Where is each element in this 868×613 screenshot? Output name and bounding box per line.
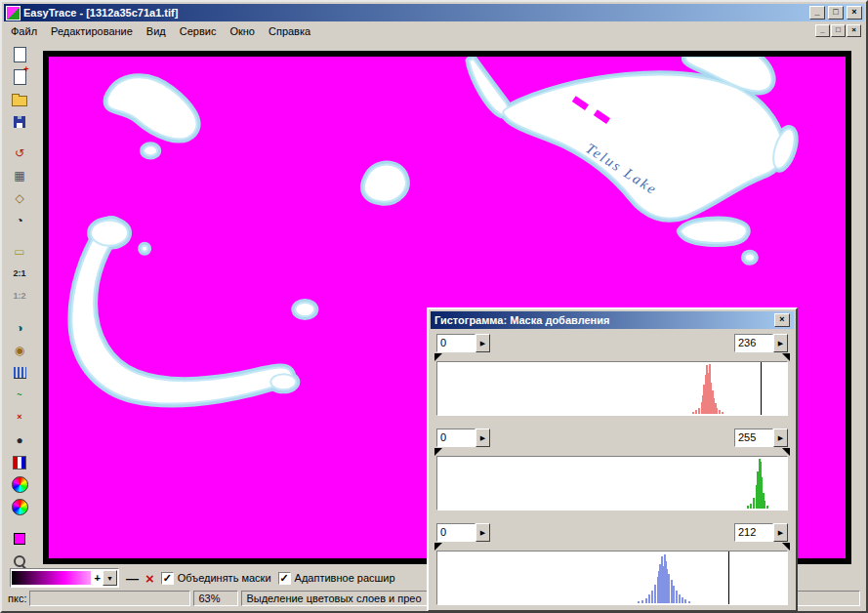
menu-window[interactable]: Окно bbox=[223, 23, 262, 39]
delete-mask-button[interactable]: × bbox=[145, 571, 154, 586]
color-pick-icon[interactable] bbox=[8, 497, 31, 517]
adaptive-expand-option[interactable]: ✓ Адаптивное расшир bbox=[278, 572, 395, 585]
histogram-green: 0▶255▶ bbox=[436, 429, 788, 511]
low-slider-thumb[interactable] bbox=[434, 448, 442, 456]
crop-tool-icon[interactable]: ▦ bbox=[8, 165, 31, 185]
dialog-title: Гистограмма: Маска добавления bbox=[434, 314, 609, 326]
undo-icon[interactable]: ↺ bbox=[8, 143, 31, 163]
high-slider-thumb[interactable] bbox=[782, 543, 790, 551]
mask-color-combo[interactable]: + ▼ bbox=[10, 568, 119, 588]
threshold-line[interactable] bbox=[728, 552, 729, 604]
histogram-plot-red bbox=[436, 361, 788, 416]
histogram-bar bbox=[747, 506, 749, 509]
mdi-close-button[interactable]: × bbox=[847, 24, 861, 37]
high-threshold-blue: 212▶ bbox=[734, 523, 788, 542]
merge-masks-label: Объединять маски bbox=[178, 572, 271, 584]
histogram-bar bbox=[722, 412, 723, 414]
histogram-bar bbox=[688, 601, 690, 603]
histogram-bar bbox=[719, 410, 721, 414]
histogram-bar bbox=[668, 574, 670, 603]
histogram-bar bbox=[764, 501, 765, 509]
histogram-bar bbox=[682, 597, 683, 603]
mdi-controls: _ □ × bbox=[815, 24, 864, 37]
delete-color-icon[interactable]: × bbox=[8, 407, 31, 428]
dialog-title-bar[interactable]: Гистограмма: Маска добавления × bbox=[431, 311, 794, 329]
histogram-bar bbox=[679, 594, 681, 603]
high-threshold-blue-spin-button[interactable]: ▶ bbox=[773, 523, 788, 542]
histogram-blue: 0▶212▶ bbox=[436, 523, 788, 605]
low-slider-thumb[interactable] bbox=[434, 543, 442, 551]
save-icon[interactable] bbox=[8, 111, 31, 132]
low-threshold-red-value[interactable]: 0 bbox=[436, 334, 475, 352]
merge-masks-option[interactable]: ✓ Объединять маски bbox=[161, 572, 271, 585]
high-threshold-green-spin-button[interactable]: ▶ bbox=[773, 429, 788, 447]
mdi-minimize-button[interactable]: _ bbox=[815, 24, 830, 37]
coords-label: пкс: bbox=[8, 593, 26, 604]
open-file-icon[interactable] bbox=[8, 89, 31, 109]
threshold-line[interactable] bbox=[761, 362, 762, 415]
menu-bar: ФайлРедактированиеВидСервисОкноСправка _… bbox=[4, 21, 864, 40]
histogram-bar bbox=[753, 498, 755, 509]
color-wheel-icon[interactable] bbox=[8, 474, 31, 495]
menu-help[interactable]: Справка bbox=[262, 23, 317, 39]
add-document-icon[interactable] bbox=[8, 66, 31, 87]
menu-file[interactable]: Файл bbox=[4, 23, 44, 39]
histogram-bar bbox=[695, 410, 697, 414]
low-threshold-green-value[interactable]: 0 bbox=[436, 429, 475, 447]
curve-icon[interactable]: ~ bbox=[8, 385, 31, 405]
minimize-button[interactable]: _ bbox=[809, 6, 825, 20]
histogram-bar bbox=[698, 408, 700, 414]
pie-tool-icon[interactable]: ◔ bbox=[8, 210, 31, 230]
histogram-bar bbox=[716, 408, 718, 414]
dropdown-arrow-icon[interactable]: ▼ bbox=[103, 570, 117, 586]
dialog-close-button[interactable]: × bbox=[774, 313, 790, 327]
menu-edit[interactable]: Редактирование bbox=[44, 23, 140, 39]
adaptive-expand-checkbox[interactable]: ✓ bbox=[278, 572, 291, 585]
droplet-icon[interactable]: ● bbox=[8, 429, 31, 450]
contrast-icon[interactable]: ◑ bbox=[8, 317, 31, 338]
low-threshold-green: 0▶ bbox=[436, 429, 490, 447]
menu-view[interactable]: Вид bbox=[140, 23, 173, 39]
zoom-1-2-icon[interactable]: 1:2 bbox=[8, 286, 31, 306]
histogram-bar bbox=[641, 600, 643, 603]
maximize-button[interactable]: □ bbox=[828, 6, 844, 20]
histogram-bar bbox=[766, 506, 768, 509]
new-document-icon[interactable] bbox=[8, 44, 31, 64]
low-threshold-blue-spin-button[interactable]: ▶ bbox=[475, 523, 490, 542]
left-toolbar: ↺▦◇◔▭2:11:2◑◉~×● bbox=[4, 41, 35, 562]
low-threshold-blue-value[interactable]: 0 bbox=[436, 523, 475, 542]
histogram-bar bbox=[750, 504, 752, 509]
high-slider-thumb[interactable] bbox=[782, 448, 790, 456]
magenta-color-icon[interactable] bbox=[8, 528, 31, 549]
transform-tool-icon[interactable]: ◇ bbox=[8, 187, 31, 208]
mdi-restore-button[interactable]: □ bbox=[831, 24, 846, 37]
histogram-dialog: Гистограмма: Маска добавления × 0▶236▶0▶… bbox=[427, 307, 798, 612]
histogram-red: 0▶236▶ bbox=[436, 334, 788, 416]
histogram-bar bbox=[648, 594, 650, 603]
merge-masks-checkbox[interactable]: ✓ bbox=[161, 572, 174, 585]
selection-tool-icon[interactable]: ▭ bbox=[8, 241, 31, 262]
histogram-bar bbox=[645, 598, 647, 603]
menu-service[interactable]: Сервис bbox=[173, 23, 224, 39]
title-bar[interactable]: EasyTrace - [1312a35c71a1.tif] _ □ × bbox=[4, 4, 864, 21]
high-threshold-green-value[interactable]: 255 bbox=[734, 429, 773, 447]
close-button[interactable]: × bbox=[847, 6, 862, 20]
histogram-bar bbox=[654, 585, 656, 603]
high-threshold-green: 255▶ bbox=[734, 429, 788, 447]
low-threshold-red-spin-button[interactable]: ▶ bbox=[475, 334, 490, 352]
remove-mask-button[interactable]: — bbox=[126, 571, 139, 586]
high-threshold-red-spin-button[interactable]: ▶ bbox=[773, 334, 788, 352]
low-threshold-green-spin-button[interactable]: ▶ bbox=[475, 429, 490, 447]
high-threshold-blue-value[interactable]: 212 bbox=[734, 523, 773, 542]
rgb-bars-icon[interactable] bbox=[8, 452, 31, 472]
histogram-icon[interactable] bbox=[8, 362, 31, 383]
low-threshold-red: 0▶ bbox=[436, 334, 490, 352]
zoom-panel: 63% bbox=[193, 591, 238, 606]
high-slider-thumb[interactable] bbox=[782, 353, 790, 361]
fill-tool-icon[interactable]: ◉ bbox=[8, 340, 31, 360]
low-slider-thumb[interactable] bbox=[434, 353, 442, 361]
app-icon bbox=[6, 6, 21, 20]
plus-label: + bbox=[93, 572, 103, 584]
high-threshold-red-value[interactable]: 236 bbox=[734, 334, 773, 352]
zoom-2-1-icon[interactable]: 2:1 bbox=[8, 264, 31, 284]
